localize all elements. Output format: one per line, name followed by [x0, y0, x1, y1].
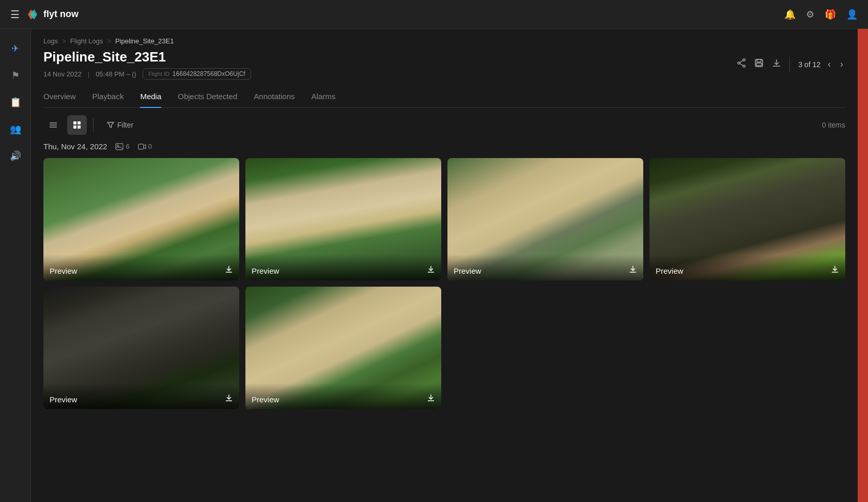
pagination-next-button[interactable]: › [838, 57, 845, 72]
date-label: Thu, Nov 24, 2022 [43, 142, 107, 151]
pagination-prev-button[interactable]: ‹ [826, 57, 833, 72]
date-group: Thu, Nov 24, 2022 6 0 [43, 142, 845, 409]
card-4-bottom: Preview [649, 255, 845, 280]
content-area: Logs > Flight Logs > Pipeline_Site_23E1 … [31, 29, 858, 502]
filter-button[interactable]: Filter [100, 118, 141, 132]
main-layout: ✈ ⚑ 📋 👥 🔊 Logs > Flight Logs > Pipeline_… [0, 29, 868, 502]
pagination-info: 3 of 12 ‹ › [789, 57, 845, 72]
svg-line-6 [740, 60, 743, 62]
sidebar-item-flag[interactable]: ⚑ [4, 64, 27, 87]
svg-rect-10 [756, 63, 762, 66]
card-1-download-icon[interactable] [225, 265, 233, 275]
video-count-item: 0 [138, 143, 152, 150]
svg-line-7 [740, 64, 743, 66]
notification-icon[interactable]: 🔔 [784, 9, 796, 20]
flight-id-badge: Flight ID 1668428287568DxO6UjCf [143, 68, 251, 80]
tab-alarms[interactable]: Alarms [312, 86, 336, 108]
media-card-6[interactable]: Preview [245, 287, 441, 409]
breadcrumb-sep-2: > [107, 37, 111, 45]
toolbar-divider [93, 118, 94, 132]
page-time: 05:48 PM – () [96, 70, 136, 78]
breadcrumb: Logs > Flight Logs > Pipeline_Site_23E1 [43, 29, 845, 49]
breadcrumb-logs[interactable]: Logs [43, 37, 58, 45]
gift-icon[interactable]: 🎁 [825, 9, 836, 20]
page-header-right: 3 of 12 ‹ › [737, 57, 845, 72]
audio-icon: 🔊 [10, 150, 21, 162]
download-icon[interactable] [772, 58, 781, 70]
card-6-bottom: Preview [245, 383, 441, 409]
app-name: flyt now [43, 9, 79, 20]
svg-rect-22 [138, 144, 144, 149]
breadcrumb-current: Pipeline_Site_23E1 [115, 37, 174, 45]
svg-rect-16 [73, 121, 76, 124]
page-meta: 14 Nov 2022 | 05:48 PM – () Flight ID 16… [43, 68, 251, 80]
page-title: Pipeline_Site_23E1 [43, 49, 251, 65]
card-2-download-icon[interactable] [427, 265, 435, 275]
image-count-item: 6 [115, 143, 129, 150]
filter-label: Filter [117, 121, 133, 129]
topbar-left: ☰ flyt now [10, 7, 79, 22]
svg-point-4 [743, 65, 745, 67]
topbar-right: 🔔 ⚙ 🎁 👤 [784, 9, 858, 20]
tab-annotations[interactable]: Annotations [254, 86, 295, 108]
toolbar-left: Filter [43, 115, 141, 135]
svg-rect-19 [78, 126, 81, 129]
svg-rect-17 [78, 121, 81, 124]
flytnow-logo-icon [26, 7, 40, 22]
sidebar-item-users[interactable]: 👥 [4, 118, 27, 140]
right-panel [858, 29, 868, 502]
users-icon: 👥 [10, 123, 21, 135]
save-icon[interactable] [754, 58, 764, 70]
card-3-preview-label: Preview [454, 266, 481, 275]
breadcrumb-sep-1: > [62, 37, 66, 45]
sidebar-item-flight[interactable]: ✈ [4, 37, 27, 60]
svg-point-21 [117, 145, 119, 146]
flag-icon: ⚑ [11, 70, 20, 81]
card-1-preview-label: Preview [50, 266, 77, 275]
tabs: Overview Playback Media Objects Detected… [43, 86, 845, 108]
tab-playback[interactable]: Playback [92, 86, 124, 108]
card-2-preview-label: Preview [252, 266, 279, 275]
tab-overview[interactable]: Overview [43, 86, 76, 108]
svg-point-3 [743, 59, 745, 61]
toolbar: Filter 0 items [43, 108, 845, 142]
page-header-left: Pipeline_Site_23E1 14 Nov 2022 | 05:48 P… [43, 49, 251, 80]
grid-view-button[interactable] [67, 115, 87, 135]
user-profile-icon[interactable]: 👤 [846, 9, 858, 20]
media-card-5[interactable]: Preview [43, 287, 239, 409]
card-4-download-icon[interactable] [831, 265, 839, 275]
tab-objects-detected[interactable]: Objects Detected [178, 86, 237, 108]
card-3-bottom: Preview [447, 255, 643, 280]
hamburger-menu-icon[interactable]: ☰ [10, 8, 20, 21]
meta-divider: | [88, 70, 89, 78]
card-5-download-icon[interactable] [225, 394, 233, 404]
settings-icon[interactable]: ⚙ [806, 9, 814, 20]
flight-icon: ✈ [11, 43, 19, 54]
sidebar: ✈ ⚑ 📋 👥 🔊 [0, 29, 31, 502]
card-5-preview-label: Preview [50, 395, 77, 404]
sidebar-item-docs[interactable]: 📋 [4, 91, 27, 114]
tab-media[interactable]: Media [140, 86, 161, 108]
card-6-preview-label: Preview [252, 395, 279, 404]
media-card-4[interactable]: Preview [649, 158, 845, 280]
media-card-2[interactable]: Preview [245, 158, 441, 280]
right-panel-inner [858, 29, 868, 502]
page-header: Pipeline_Site_23E1 14 Nov 2022 | 05:48 P… [43, 49, 845, 86]
image-count: 6 [126, 143, 129, 150]
svg-rect-18 [73, 126, 76, 129]
card-3-download-icon[interactable] [629, 265, 637, 275]
card-6-download-icon[interactable] [427, 394, 435, 404]
share-icon[interactable] [737, 58, 746, 70]
media-card-1[interactable]: Preview [43, 158, 239, 280]
topbar: ☰ flyt now 🔔 ⚙ 🎁 👤 [0, 0, 868, 29]
page-date: 14 Nov 2022 [43, 70, 82, 78]
card-1-bottom: Preview [43, 255, 239, 280]
media-card-3[interactable]: Preview [447, 158, 643, 280]
items-count: 0 items [822, 121, 845, 129]
svg-point-5 [738, 62, 740, 64]
flight-id-value: 1668428287568DxO6UjCf [173, 70, 245, 77]
list-view-button[interactable] [43, 115, 63, 135]
breadcrumb-flight-logs[interactable]: Flight Logs [70, 37, 103, 45]
sidebar-item-audio[interactable]: 🔊 [4, 145, 27, 167]
media-grid: Preview Preview [43, 158, 845, 409]
